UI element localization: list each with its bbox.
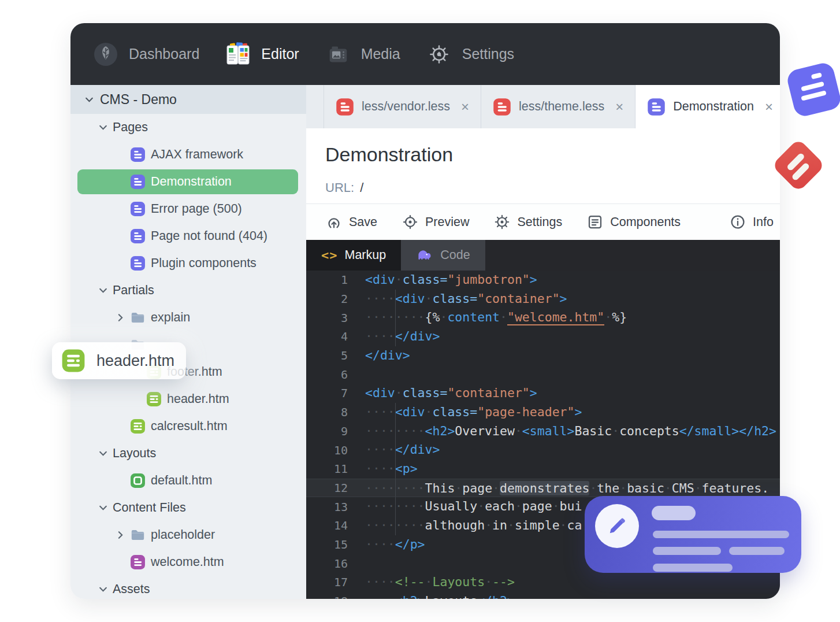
tree-section-partials[interactable]: Partials: [70, 277, 306, 304]
close-icon[interactable]: ×: [615, 99, 623, 115]
code-line-content: <div·class="jumbotron">: [365, 271, 780, 290]
drag-ghost-header-htm[interactable]: header.htm: [52, 342, 186, 379]
layout-green-icon: [130, 473, 146, 488]
line-number: 18: [306, 594, 348, 599]
file-tab-less-theme.less[interactable]: less/theme.less×: [481, 85, 635, 128]
page-purple-icon: [130, 201, 146, 217]
tree-item-calcresult.htm[interactable]: calcresult.htm: [70, 413, 306, 440]
nav-item-media[interactable]: Media: [325, 41, 400, 68]
tree-item-welcome.htm[interactable]: welcome.htm: [70, 549, 306, 576]
code-line-8[interactable]: 8····<div·class="page-header">: [306, 403, 780, 422]
toolbar-label: Components: [610, 215, 681, 229]
code-line-11[interactable]: 11····<p>: [306, 460, 780, 479]
sidebar-header[interactable]: CMS - Demo: [70, 85, 306, 114]
line-number: 5: [306, 349, 348, 362]
close-icon[interactable]: ×: [765, 99, 773, 115]
code-line-1[interactable]: 1<div·class="jumbotron">: [306, 271, 780, 290]
tree-label: Demonstration: [151, 175, 232, 189]
toolbar-label: Settings: [517, 215, 562, 229]
page-red-icon: [493, 98, 511, 116]
tree-label: welcome.htm: [151, 555, 224, 569]
toolbar-button-settings[interactable]: Settings: [493, 213, 562, 231]
toolbar-button-save[interactable]: Save: [325, 213, 377, 231]
editor-tab-label: Markup: [345, 248, 386, 262]
toolbar: SavePreviewSettingsComponentsInfo: [306, 203, 780, 240]
toolbar-button-components[interactable]: Components: [586, 213, 681, 231]
file-tab-demonstration[interactable]: Demonstration×: [635, 85, 780, 128]
tree-section-layouts[interactable]: Layouts: [70, 440, 306, 467]
nav-label: Media: [361, 46, 400, 62]
chevron-down-icon[interactable]: [98, 123, 108, 132]
line-number: 12: [306, 481, 348, 495]
tree-item-demonstration[interactable]: Demonstration: [70, 168, 306, 195]
code-line-content: </div>: [365, 346, 780, 365]
chevron-down-icon[interactable]: [98, 449, 108, 458]
code-line-12[interactable]: 12········This·page·demonstrates·the·bas…: [306, 479, 780, 498]
tree-item-explain[interactable]: explain: [70, 304, 306, 331]
chevron-down-icon[interactable]: [98, 286, 108, 295]
indent-guide: [395, 290, 396, 309]
tree-item-placeholder[interactable]: placeholder: [70, 521, 306, 549]
code-line-6[interactable]: 6: [306, 365, 780, 384]
line-number: 15: [306, 538, 348, 551]
line-number: 10: [306, 443, 348, 457]
chevron-right-icon[interactable]: [116, 313, 125, 323]
folder-icon: [130, 527, 146, 543]
code-line-17[interactable]: 17····<!--·Layouts·-->: [306, 573, 780, 592]
code-line-4[interactable]: 4····</div>: [306, 327, 780, 346]
tree-item-ajax-framework[interactable]: AJAX framework: [70, 141, 306, 168]
gear-icon: [426, 41, 452, 68]
page-purple-icon: [647, 98, 666, 116]
nav-item-dashboard[interactable]: Dashboard: [92, 41, 199, 68]
file-tab-less-vendor.less[interactable]: less/vendor.less×: [324, 85, 481, 128]
code-line-content: ····<!--·Layouts·-->: [365, 573, 780, 592]
save-cloud-icon: [325, 213, 343, 231]
code-line-content: ····<h2>Layouts</h2>: [365, 592, 780, 599]
code-line-5[interactable]: 5</div>: [306, 346, 780, 365]
page-purple-icon: [130, 147, 146, 162]
tree-section-pages[interactable]: Pages: [70, 114, 306, 141]
decorative-purple-note-icon: [785, 61, 840, 118]
preview-target-icon: [402, 213, 419, 231]
page-purple-icon: [130, 256, 146, 271]
code-line-2[interactable]: 2····<div·class="container">: [306, 290, 780, 309]
nav-item-editor[interactable]: Editor: [225, 41, 299, 68]
tree-section-assets[interactable]: Assets: [70, 576, 306, 599]
code-line-content: ····<div·class="page-header">: [365, 403, 780, 422]
tree-label: Plugin components: [151, 256, 257, 271]
code-line-7[interactable]: 7<div·class="container">: [306, 384, 780, 403]
line-number: 17: [306, 575, 348, 589]
folder-icon: [130, 310, 146, 325]
tree-item-page-not-found-404-[interactable]: Page not found (404): [70, 223, 306, 250]
nav-item-settings[interactable]: Settings: [426, 41, 514, 68]
chevron-down-icon[interactable]: [98, 584, 108, 594]
tree-label: default.htm: [151, 473, 212, 488]
tree-item-plugin-components[interactable]: Plugin components: [70, 250, 306, 277]
code-line-18[interactable]: 18····<h2>Layouts</h2>: [306, 592, 780, 599]
tree-item-error-page-500-[interactable]: Error page (500): [70, 195, 306, 223]
indent-guide: [395, 422, 396, 441]
sidebar-header-label: CMS - Demo: [100, 92, 177, 108]
page-purple-icon: [130, 228, 146, 244]
code-line-3[interactable]: 3········{%·content·"welcome.htm"·%}: [306, 308, 780, 327]
editor-tab-markup[interactable]: <>Markup: [306, 240, 401, 271]
tab-label: less/vendor.less: [362, 99, 450, 114]
code-line-10[interactable]: 10····</div>: [306, 440, 780, 460]
line-number: 16: [306, 557, 348, 571]
editor-tab-code[interactable]: Code: [401, 240, 485, 271]
line-number: 1: [306, 273, 348, 287]
tree-item-default.htm[interactable]: default.htm: [70, 467, 306, 494]
code-line-9[interactable]: 9········<h2>Overview·<small>Basic·conce…: [306, 422, 780, 441]
tree-item-header.htm[interactable]: header.htm: [70, 386, 306, 413]
chevron-down-icon[interactable]: [98, 503, 108, 513]
line-number: 2: [306, 292, 348, 306]
chevron-right-icon[interactable]: [116, 530, 125, 540]
close-icon[interactable]: ×: [461, 99, 469, 115]
tree-section-content-files[interactable]: Content Files: [70, 494, 306, 521]
indent-guide: [395, 479, 396, 497]
document-header: Demonstration URL:/: [306, 128, 780, 203]
toolbar-button-info[interactable]: Info: [729, 213, 774, 231]
toolbar-button-preview[interactable]: Preview: [402, 213, 469, 231]
toolbar-label: Save: [349, 215, 377, 229]
nav-label: Dashboard: [129, 46, 199, 62]
